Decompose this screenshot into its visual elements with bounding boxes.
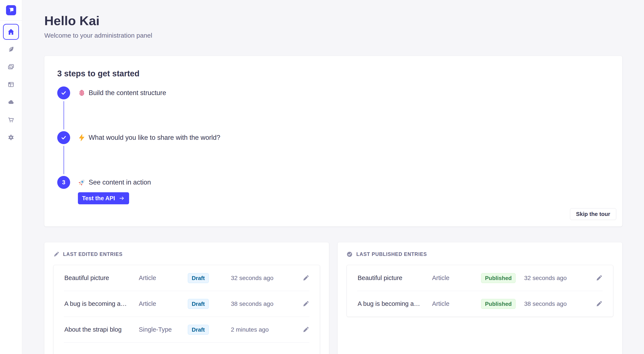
edit-pencil-icon[interactable]: [302, 275, 309, 281]
arrow-right-icon: [118, 196, 125, 201]
page-subtitle: Welcome to your administration panel: [44, 31, 622, 39]
table-row[interactable]: Beautiful picture Article Published 32 s…: [347, 265, 613, 291]
table-row[interactable]: About the strapi blog Single-Type Draft …: [54, 317, 320, 343]
brain-emoji: [78, 89, 86, 97]
entry-title: A bug is becoming a…: [358, 300, 432, 307]
table-row-cutoff: [54, 343, 320, 354]
step-2-rail: [57, 131, 70, 176]
step-connector: [64, 146, 64, 174]
last-published-entries-card: LAST PUBLISHED ENTRIES Beautiful picture…: [338, 242, 622, 354]
entry-title: A bug is becoming a…: [64, 300, 139, 307]
last-edited-header: LAST EDITED ENTRIES: [53, 251, 320, 257]
step-3-number: 3: [62, 179, 65, 186]
strapi-logo-icon: [6, 5, 16, 15]
status-badge: Draft: [188, 273, 209, 283]
cloud-icon[interactable]: [8, 99, 14, 106]
table-row[interactable]: A bug is becoming a… Article Published 3…: [347, 291, 613, 317]
test-api-button[interactable]: Test the API: [78, 192, 129, 204]
onboarding-heading: 3 steps to get started: [57, 68, 609, 79]
edit-pencil-icon[interactable]: [596, 275, 602, 281]
step-1-done-circle[interactable]: [57, 86, 70, 99]
entry-title: About the strapi blog: [64, 326, 139, 333]
step-2-label[interactable]: What would you like to share with the wo…: [78, 131, 220, 144]
status-badge: Published: [481, 299, 516, 309]
step-connector: [64, 101, 64, 129]
skip-tour-button[interactable]: Skip the tour: [570, 208, 616, 220]
step-1-text: Build the content structure: [89, 89, 166, 97]
entry-time: 38 seconds ago: [524, 301, 593, 307]
step-1-label[interactable]: Build the content structure: [78, 86, 166, 99]
sidebar-item-home[interactable]: [3, 24, 19, 40]
edit-pencil-icon[interactable]: [596, 301, 602, 307]
status-badge: Draft: [188, 325, 209, 335]
entry-type: Article: [432, 274, 481, 282]
rocket-emoji: [78, 179, 86, 186]
last-published-label: LAST PUBLISHED ENTRIES: [356, 251, 427, 257]
table-row[interactable]: A bug is becoming a… Article Draft 38 se…: [54, 291, 320, 317]
last-edited-label: LAST EDITED ENTRIES: [63, 251, 123, 257]
last-published-header: LAST PUBLISHED ENTRIES: [347, 251, 613, 257]
step-build-content-structure: Build the content structure: [57, 86, 609, 131]
step-2-done-circle[interactable]: [57, 131, 70, 144]
entry-type: Article: [139, 274, 188, 282]
step-3-rail: 3: [57, 176, 70, 204]
steps-list: Build the content structure: [57, 86, 609, 204]
zap-emoji: [78, 134, 86, 141]
content-type-builder-icon[interactable]: [8, 81, 14, 88]
edit-pencil-icon[interactable]: [302, 327, 309, 333]
strapi-logo[interactable]: [6, 5, 16, 15]
media-library-icon[interactable]: [8, 63, 14, 70]
last-edited-table: Beautiful picture Article Draft 32 secon…: [53, 265, 320, 354]
workspace-logo-area: [0, 0, 22, 21]
step-1-rail: [57, 86, 70, 131]
home-icon: [7, 28, 15, 36]
onboarding-card: 3 steps to get started: [44, 56, 622, 227]
entries-sections: LAST EDITED ENTRIES Beautiful picture Ar…: [44, 242, 622, 354]
step-share-with-world: What would you like to share with the wo…: [57, 131, 609, 176]
last-edited-entries-card: LAST EDITED ENTRIES Beautiful picture Ar…: [44, 242, 329, 354]
step-2-text: What would you like to share with the wo…: [89, 134, 220, 141]
table-row[interactable]: Beautiful picture Article Draft 32 secon…: [54, 265, 320, 291]
settings-icon[interactable]: [8, 134, 14, 141]
page-title: Hello Kai: [44, 14, 622, 28]
status-badge: Published: [481, 273, 516, 283]
entry-title: Beautiful picture: [358, 274, 432, 282]
step-3-number-circle[interactable]: 3: [57, 176, 70, 189]
entry-title: Beautiful picture: [64, 274, 139, 282]
status-badge: Draft: [188, 299, 209, 309]
content-manager-icon[interactable]: [8, 46, 14, 53]
entry-type: Article: [432, 300, 481, 307]
entry-type: Single-Type: [139, 326, 188, 333]
check-icon: [60, 90, 67, 96]
test-api-button-label: Test the API: [82, 195, 115, 202]
step-see-content-in-action: 3 See c: [57, 176, 609, 204]
step-3-text: See content in action: [89, 179, 151, 186]
pencil-icon: [53, 251, 59, 257]
marketplace-icon[interactable]: [8, 116, 14, 123]
entry-time: 32 seconds ago: [231, 275, 300, 282]
step-3-label[interactable]: See content in action: [78, 176, 151, 189]
edit-pencil-icon[interactable]: [302, 301, 309, 307]
entry-time: 38 seconds ago: [231, 301, 300, 307]
entry-time: 32 seconds ago: [524, 275, 593, 282]
sidebar: [0, 0, 22, 354]
check-circle-icon: [347, 251, 352, 257]
entry-time: 2 minutes ago: [231, 326, 300, 333]
last-published-table: Beautiful picture Article Published 32 s…: [347, 265, 613, 317]
check-icon: [60, 134, 67, 141]
main-content: Hello Kai Welcome to your administration…: [22, 14, 644, 354]
entry-type: Article: [139, 300, 188, 307]
sidebar-nav: [0, 21, 22, 141]
